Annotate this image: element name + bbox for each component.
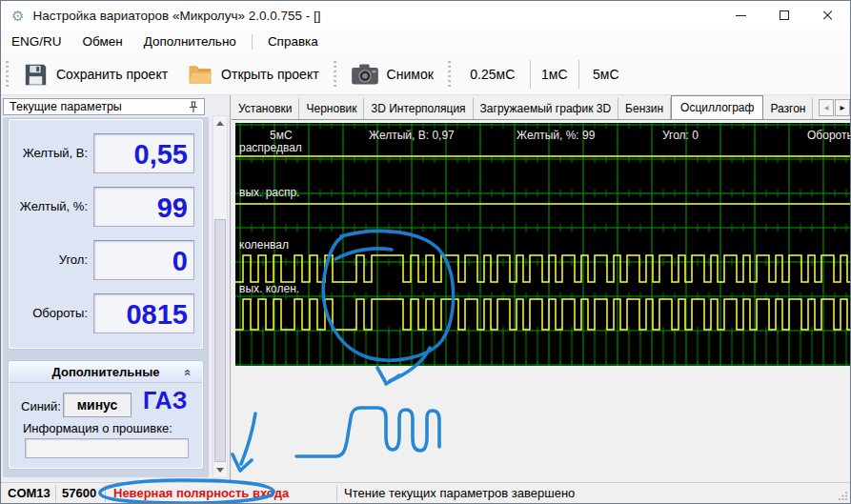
resize-grip[interactable] — [838, 491, 848, 501]
field-value: 0 — [172, 241, 188, 281]
panel-content: Желтый, В: 0,55 Желтый, %: 99 Угол: 0 Об… — [3, 117, 209, 477]
camera-icon — [351, 62, 379, 87]
tabs-container: Установки Черновик 3D Интерполяция Загру… — [232, 94, 816, 119]
oscilloscope-display: 5мС Желтый, В: 0,97 Желтый, %: 99 Угол: … — [235, 123, 850, 366]
field-label: Желтый, %: — [10, 187, 88, 227]
status-separator — [336, 485, 337, 502]
scrollbar-thumb[interactable] — [214, 219, 226, 462]
tab-chernovik[interactable]: Черновик — [299, 98, 364, 119]
panel-scrollbar[interactable] — [213, 115, 228, 478]
menu-obmen[interactable]: Обмен — [72, 30, 133, 54]
maximize-icon — [780, 10, 789, 20]
save-project-button[interactable]: Сохранить проект — [13, 58, 177, 91]
window-title: Настройка вариаторов «Микролуч» 2.0.0.75… — [32, 9, 320, 23]
field-value-box: 0,55 — [93, 133, 194, 173]
tab-3d-interpolyaciya[interactable]: 3D Интерполяция — [364, 98, 473, 119]
toolbar-grip — [6, 61, 9, 88]
scope-yellow-volts: Желтый, В: 0,97 — [369, 129, 455, 142]
snapshot-label: Снимок — [387, 67, 434, 82]
maximize-button[interactable] — [762, 1, 806, 30]
field-value-box: 0 — [93, 240, 194, 280]
tab-ustanovki[interactable]: Установки — [232, 98, 299, 119]
minimize-button[interactable] — [719, 1, 762, 30]
field-value-box: 99 — [93, 187, 194, 227]
field-value: 0815 — [126, 294, 188, 334]
current-parameters-panel: Текущие параметры Желтый, В: 0,55 Желтый… — [1, 95, 232, 482]
menu-dopolnitelno[interactable]: Дополнительно — [133, 30, 247, 54]
arrow-down-icon — [216, 468, 224, 473]
blue-polarity-box[interactable]: минус — [63, 393, 132, 417]
app-gear-icon: ⚙ — [11, 9, 24, 23]
com-port-status: COM13 — [8, 483, 51, 504]
collapse-chevron-icon[interactable]: « — [177, 366, 198, 379]
minimize-icon — [736, 15, 746, 16]
additional-group-title: Дополнительные — [52, 365, 160, 379]
menu-engru[interactable]: ENG/RU — [1, 30, 72, 54]
field-label: Желтый, В: — [10, 133, 88, 173]
status-separator — [105, 485, 106, 502]
tab-statistika[interactable]: Статистика — [813, 98, 816, 119]
scope-timebase: 5мС — [270, 129, 293, 142]
scrollbar-up-button[interactable] — [213, 116, 227, 131]
firmware-info-input[interactable] — [25, 438, 189, 458]
toolbar-grip — [448, 61, 451, 88]
open-project-button[interactable]: Открыть проект — [177, 58, 329, 91]
title-bar: ⚙ Настройка вариаторов «Микролуч» 2.0.0.… — [1, 1, 850, 30]
field-value: 99 — [157, 188, 188, 228]
tab-zagruzhaemyj-grafik-3d[interactable]: Загружаемый график 3D — [474, 98, 618, 119]
channel-label-vyh-kolen: вых. колен. — [239, 282, 299, 295]
open-project-label: Открыть проект — [221, 67, 319, 82]
field-angle: Угол: 0 — [10, 240, 202, 280]
tab-strip: Установки Черновик 3D Интерполяция Загру… — [232, 95, 851, 120]
menu-bar: ENG/RU Обмен Дополнительно Справка — [1, 30, 850, 54]
status-separator — [55, 485, 56, 502]
field-rpm: Обороты: 0815 — [10, 293, 202, 333]
snapshot-button[interactable]: Снимок — [341, 58, 443, 91]
baud-rate-status: 57600 — [62, 483, 96, 504]
arrow-up-icon — [216, 121, 224, 126]
status-message: Чтение текущих параметров завершено — [344, 483, 575, 504]
toolbar: Сохранить проект Открыть проект Снимок 0… — [1, 54, 850, 95]
field-value: 0,55 — [134, 134, 188, 174]
app-window: ⚙ Настройка вариаторов «Микролуч» 2.0.0.… — [0, 0, 851, 504]
menu-separator — [252, 34, 253, 50]
scope-grid-and-traces — [235, 123, 850, 366]
channel-label-kolenval: коленвал — [239, 238, 289, 252]
panel-splitter[interactable] — [230, 95, 231, 482]
additional-group-header: Дополнительные « — [10, 362, 202, 383]
tab-oscillograf[interactable]: Осциллограф — [671, 95, 763, 119]
save-project-label: Сохранить проект — [56, 67, 168, 82]
scope-rpm: Обороты: — [807, 129, 850, 142]
timebase-5ms-button[interactable]: 5мС — [579, 63, 633, 86]
timebase-1ms-button[interactable]: 1мС — [531, 63, 578, 86]
close-button[interactable] — [806, 1, 850, 30]
timebase-025ms-button[interactable]: 0.25мС — [456, 63, 530, 86]
floppy-disk-icon — [23, 62, 49, 88]
oscilloscope-page: 5мС Желтый, В: 0,97 Желтый, %: 99 Угол: … — [232, 120, 851, 482]
toolbar-grip — [334, 61, 336, 88]
status-bar: COM13 57600 Неверная полярность входа Чт… — [1, 482, 850, 503]
fuel-indicator: ГАЗ — [143, 387, 187, 414]
folder-icon — [187, 62, 213, 88]
scope-yellow-percent: Желтый, %: 99 — [517, 129, 595, 142]
channel-label-vyh-raspr: вых. распр. — [239, 186, 300, 199]
firmware-info-label: Информация о прошивке: — [23, 421, 172, 435]
tab-scroll-right-button[interactable]: ▸ — [835, 99, 850, 116]
polarity-warning-text: Неверная полярность входа — [113, 483, 289, 504]
field-yellow-volts: Желтый, В: 0,55 — [10, 133, 202, 173]
tab-razgon[interactable]: Разгон — [763, 98, 813, 119]
field-label: Обороты: — [10, 293, 88, 333]
field-yellow-percent: Желтый, %: 99 — [10, 187, 202, 227]
blue-channel-label: Синий: — [21, 394, 61, 419]
close-icon — [822, 10, 834, 21]
tab-scroll-left-button[interactable]: ◂ — [819, 99, 834, 116]
field-value-box: 0815 — [93, 293, 194, 333]
channel-label-raspredval: распредвал — [239, 141, 302, 154]
pin-icon[interactable] — [189, 101, 198, 113]
panel-header-title: Текущие параметры — [10, 100, 189, 113]
tab-benzin[interactable]: Бензин — [618, 98, 671, 119]
field-label: Угол: — [10, 240, 88, 280]
scrollbar-down-button[interactable] — [213, 463, 227, 477]
parameters-group: Желтый, В: 0,55 Желтый, %: 99 Угол: 0 Об… — [9, 119, 203, 349]
menu-spravka[interactable]: Справка — [257, 30, 329, 54]
